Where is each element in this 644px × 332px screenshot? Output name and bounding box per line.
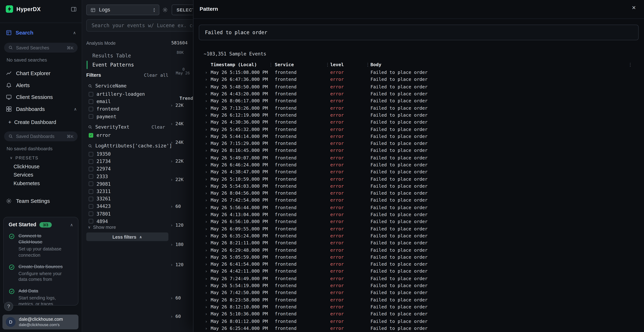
event-row[interactable]: › May 26 7:42:54.000 PM frontend error F… — [194, 197, 644, 204]
chevron-right-icon[interactable]: › — [170, 314, 173, 318]
preset-clickhouse[interactable]: ClickHouse — [14, 164, 40, 170]
chevron-right-icon[interactable]: › — [205, 127, 211, 132]
chevron-right-icon[interactable]: › — [205, 177, 211, 182]
event-row[interactable]: › May 26 8:23:58.000 PM frontend error F… — [194, 296, 644, 304]
event-row[interactable]: › May 26 5:10:36.000 PM frontend error F… — [194, 310, 644, 318]
chevron-right-icon[interactable]: › — [170, 122, 173, 126]
filter-option[interactable]: error — [89, 132, 167, 139]
checkbox[interactable] — [89, 219, 93, 224]
filter-option[interactable]: artillery-loadgen — [89, 90, 167, 98]
chevron-right-icon[interactable]: › — [205, 120, 211, 124]
chevron-right-icon[interactable]: › — [205, 283, 211, 288]
search-input[interactable] — [86, 19, 193, 32]
checkbox[interactable] — [89, 167, 93, 171]
pattern-row-trend[interactable]: ›180 — [170, 242, 184, 247]
sidebar-item-client-sessions[interactable]: Client Sessions — [6, 93, 77, 101]
chevron-right-icon[interactable]: › — [170, 223, 173, 228]
chevron-right-icon[interactable]: › — [205, 113, 211, 117]
column-handle-icon[interactable]: ⋮ — [325, 62, 330, 68]
filter-group-servicename[interactable]: ServiceName — [88, 83, 168, 89]
filter-option[interactable]: 33261 — [89, 195, 167, 203]
chevron-right-icon[interactable]: › — [170, 140, 173, 144]
event-row[interactable]: › May 26 5:54:03.000 PM frontend error F… — [194, 183, 644, 190]
select-button[interactable]: SELECT — [172, 4, 193, 15]
chevron-right-icon[interactable]: › — [170, 262, 173, 267]
chevron-right-icon[interactable]: › — [205, 191, 211, 196]
checkbox[interactable] — [89, 174, 93, 179]
chevron-right-icon[interactable]: › — [205, 134, 211, 139]
chevron-up-icon[interactable]: ∧ — [74, 106, 77, 111]
filter-option[interactable]: 29081 — [89, 180, 167, 188]
sidebar-collapse-icon[interactable] — [71, 6, 77, 12]
event-row[interactable]: › May 26 8:01:12.000 PM frontend error F… — [194, 318, 644, 325]
event-row[interactable]: › May 26 5:54:19.000 PM frontend error F… — [194, 282, 644, 289]
event-row[interactable]: › May 26 5:10:59.000 PM frontend error F… — [194, 176, 644, 183]
checkbox[interactable] — [89, 92, 93, 96]
pattern-row-trend[interactable]: ›60 — [170, 295, 181, 301]
filter-option[interactable]: 2333 — [89, 173, 167, 180]
chevron-right-icon[interactable]: › — [205, 319, 211, 324]
event-row[interactable]: › May 26 5:05:59.000 PM frontend error F… — [194, 254, 644, 261]
chevron-right-icon[interactable]: › — [205, 156, 211, 160]
chevron-right-icon[interactable]: › — [205, 298, 211, 302]
filter-option[interactable]: payment — [89, 113, 167, 120]
chevron-right-icon[interactable]: › — [205, 241, 211, 245]
event-row[interactable]: › May 26 5:44:14.000 PM frontend error F… — [194, 133, 644, 140]
checkbox[interactable] — [89, 99, 93, 104]
chevron-right-icon[interactable]: › — [205, 248, 211, 252]
event-row[interactable]: › May 26 7:15:29.000 PM frontend error F… — [194, 140, 644, 147]
checkbox[interactable] — [89, 196, 93, 201]
event-row[interactable]: › May 26 8:21:11.000 PM frontend error F… — [194, 240, 644, 247]
event-row[interactable]: › May 26 7:42:50.000 PM frontend error F… — [194, 289, 644, 296]
chevron-right-icon[interactable]: › — [205, 212, 211, 217]
chevron-right-icon[interactable]: › — [205, 170, 211, 174]
column-handle-icon[interactable]: ⋮ — [269, 62, 273, 68]
checkbox[interactable] — [89, 204, 93, 208]
checkbox[interactable] — [89, 114, 93, 119]
event-row[interactable]: › May 26 4:13:04.000 PM frontend error F… — [194, 211, 644, 218]
chevron-right-icon[interactable]: › — [170, 159, 173, 164]
event-row[interactable]: › May 26 7:13:26.000 PM frontend error F… — [194, 104, 644, 112]
chevron-right-icon[interactable]: › — [205, 148, 211, 153]
pattern-row-trend[interactable]: ›22K — [170, 103, 184, 108]
sidebar-item-chart-explorer[interactable]: Chart Explorer — [6, 69, 77, 77]
chevron-right-icon[interactable]: › — [170, 103, 173, 108]
get-started-item[interactable]: Connect to ClickHouse Set up your databa… — [8, 233, 73, 258]
filter-option[interactable]: email — [89, 98, 167, 105]
get-started-item[interactable]: Add Data Start sending logs, metrics, or… — [8, 288, 73, 306]
filter-option[interactable]: frontend — [89, 105, 167, 113]
sidebar-item-alerts[interactable]: Alerts — [6, 81, 77, 89]
sidebar-item-search[interactable]: Search ∧ — [6, 27, 76, 38]
saved-dashboards-input[interactable]: Saved Dashboards ⌘K — [4, 132, 78, 141]
source-select[interactable]: Logs ∧∨ — [86, 4, 160, 15]
mode-event-patterns[interactable]: Event Patterns — [86, 61, 144, 69]
chevron-right-icon[interactable]: › — [205, 92, 211, 96]
event-row[interactable]: › May 26 4:42:11.000 PM frontend error F… — [194, 268, 644, 275]
chevron-right-icon[interactable]: › — [205, 227, 211, 231]
event-row[interactable]: › May 26 6:25:44.000 PM frontend error F… — [194, 325, 644, 332]
gear-icon[interactable] — [162, 7, 168, 13]
event-row[interactable]: › May 26 5:49:07.000 PM frontend error F… — [194, 154, 644, 161]
chevron-right-icon[interactable]: › — [205, 269, 211, 274]
checkbox[interactable] — [89, 133, 93, 138]
event-row[interactable]: › May 26 4:43:20.000 PM frontend error F… — [194, 90, 644, 98]
event-row[interactable]: › May 26 4:38:47.000 PM frontend error F… — [194, 168, 644, 176]
event-row[interactable]: › May 26 6:12:19.000 PM frontend error F… — [194, 112, 644, 119]
chevron-right-icon[interactable]: › — [205, 276, 211, 281]
event-row[interactable]: › May 26 7:24:49.000 PM frontend error F… — [194, 275, 644, 282]
pattern-row-trend[interactable]: ›24K — [170, 140, 184, 145]
checkbox[interactable] — [89, 189, 93, 194]
event-row[interactable]: › May 26 6:29:48.000 PM frontend error F… — [194, 247, 644, 254]
chevron-right-icon[interactable]: › — [170, 178, 173, 182]
event-row[interactable]: › May 26 8:04:56.000 PM frontend error F… — [194, 190, 644, 197]
event-row[interactable]: › May 26 5:15:08.000 PM frontend error F… — [194, 69, 644, 76]
pattern-row-trend[interactable]: ›60 — [170, 314, 181, 319]
filter-group-cache-size[interactable]: LogAttributes['cache.size'] — [88, 143, 168, 149]
column-menu-icon[interactable]: ⋮ — [628, 62, 632, 68]
chevron-right-icon[interactable]: › — [205, 84, 211, 89]
clear-group-link[interactable]: Clear — [152, 124, 165, 130]
chevron-right-icon[interactable]: › — [205, 78, 211, 82]
chevron-right-icon[interactable]: › — [205, 326, 211, 330]
filter-option[interactable]: 22974 — [89, 165, 167, 173]
chevron-up-icon[interactable]: ∧ — [73, 30, 76, 35]
